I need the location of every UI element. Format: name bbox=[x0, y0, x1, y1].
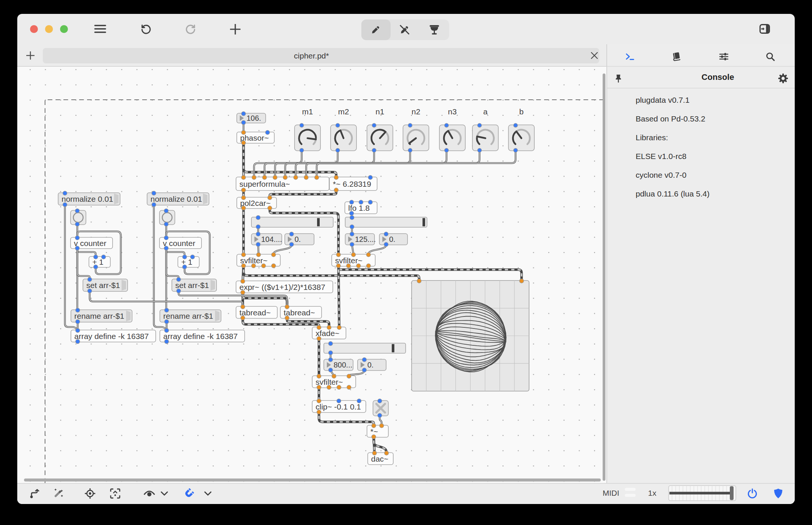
svg-text:m1: m1 bbox=[302, 107, 313, 116]
svg-text:tabread~: tabread~ bbox=[239, 308, 271, 317]
svg-text:tabread~: tabread~ bbox=[284, 308, 315, 317]
svg-text:clip~ -0.1 0.1: clip~ -0.1 0.1 bbox=[316, 402, 361, 411]
svg-text:svfilter~: svfilter~ bbox=[240, 256, 268, 265]
svg-text:lfo 1.8: lfo 1.8 bbox=[348, 204, 370, 212]
svg-text:106.: 106. bbox=[247, 114, 261, 122]
svg-text:*~: *~ bbox=[370, 427, 378, 436]
svg-text:array define -k 16387: array define -k 16387 bbox=[163, 332, 238, 340]
svg-text:phasor~: phasor~ bbox=[240, 134, 269, 142]
svg-text:rename arr-$1: rename arr-$1 bbox=[163, 312, 213, 320]
svg-text:svfilter~: svfilter~ bbox=[335, 256, 362, 265]
svg-text:normalize 0.01: normalize 0.01 bbox=[62, 195, 113, 203]
svg-text:a: a bbox=[483, 107, 488, 116]
svg-text:+ 1: + 1 bbox=[181, 258, 192, 266]
svg-text:+ 1: + 1 bbox=[92, 258, 104, 266]
svg-text:n2: n2 bbox=[412, 107, 420, 116]
svg-text:104....: 104.... bbox=[261, 235, 282, 243]
svg-text:800...: 800... bbox=[334, 361, 352, 369]
svg-text:0.: 0. bbox=[389, 235, 395, 243]
svg-text:dac~: dac~ bbox=[371, 454, 388, 463]
svg-text:0.: 0. bbox=[367, 361, 374, 369]
svg-text:set arr-$1: set arr-$1 bbox=[86, 281, 120, 290]
svg-text:0.: 0. bbox=[295, 235, 301, 243]
svg-text:superformula~: superformula~ bbox=[239, 180, 290, 188]
svg-text:array define -k 16387: array define -k 16387 bbox=[74, 332, 149, 340]
svg-text:rename arr-$1: rename arr-$1 bbox=[74, 312, 124, 320]
svg-text:n1: n1 bbox=[376, 107, 384, 116]
svg-text:125....: 125.... bbox=[355, 235, 376, 243]
svg-text:expr~ (($v1+1)/2)*16387: expr~ (($v1+1)/2)*16387 bbox=[239, 283, 325, 291]
svg-text:pol2car~: pol2car~ bbox=[240, 199, 271, 207]
svg-text:xfade~: xfade~ bbox=[316, 329, 340, 338]
svg-text:*~ 6.28319: *~ 6.28319 bbox=[333, 180, 371, 188]
svg-text:n3: n3 bbox=[448, 107, 457, 116]
svg-text:normalize 0.01: normalize 0.01 bbox=[150, 195, 202, 203]
svg-text:v counter: v counter bbox=[163, 239, 195, 248]
svg-text:m2: m2 bbox=[338, 107, 349, 116]
svg-text:set arr-$1: set arr-$1 bbox=[175, 281, 209, 290]
svg-text:v counter: v counter bbox=[74, 239, 106, 248]
svg-text:svfilter~: svfilter~ bbox=[316, 378, 343, 386]
svg-text:b: b bbox=[519, 107, 524, 116]
